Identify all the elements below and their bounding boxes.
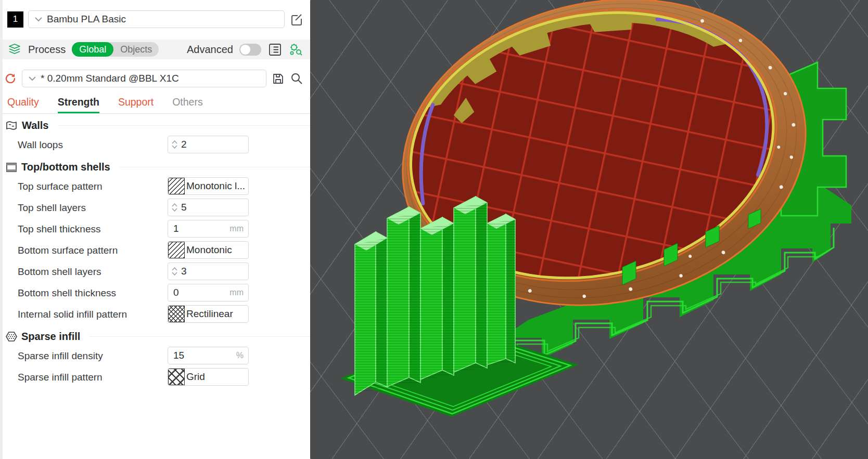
setting-value: 1 [173, 223, 179, 234]
edit-filament-icon[interactable] [289, 12, 304, 27]
setting-row-bottom-shell-layers: Bottom shell layers 3 [0, 261, 310, 282]
setting-row-bottom-shell-thickness: Bottom shell thickness 0 mm [0, 282, 310, 304]
setting-value: Monotonic [186, 244, 232, 256]
reset-preset-icon[interactable] [3, 71, 18, 86]
unit-label: mm [229, 224, 244, 233]
setting-value: 15 [173, 350, 184, 361]
top-surface-pattern-select[interactable]: Monotonic l... [168, 177, 249, 195]
setting-value: Monotonic l... [186, 180, 245, 192]
setting-label: Wall loops [18, 139, 63, 151]
process-preset-select[interactable]: * 0.20mm Standard @BBL X1C [22, 70, 266, 87]
chevron-down-icon [34, 12, 43, 27]
setting-label: Top shell thickness [18, 224, 100, 235]
setting-row-sparse-infill-density: Sparse infill density 15 % [0, 345, 310, 366]
parameter-list-icon[interactable] [267, 42, 282, 57]
process-title: Process [28, 44, 66, 56]
wall-loops-input[interactable]: 2 [168, 136, 249, 153]
top-shell-layers-input[interactable]: 5 [168, 199, 249, 216]
setting-value: 2 [181, 139, 187, 150]
sparse-infill-pattern-select[interactable]: Grid [168, 368, 249, 386]
scope-segmented-control: Global Objects [72, 42, 159, 57]
tab-quality[interactable]: Quality [7, 96, 39, 113]
advanced-toggle[interactable] [239, 44, 261, 56]
unit-label: % [236, 351, 244, 360]
save-preset-icon[interactable] [271, 71, 285, 86]
filament-select[interactable]: Bambu PLA Basic [28, 10, 285, 28]
spinner-arrows-icon[interactable] [172, 203, 177, 212]
setting-label: Top shell layers [18, 202, 86, 214]
tab-others[interactable]: Others [172, 96, 203, 113]
section-sparse-infill: Sparse infill [0, 325, 310, 345]
walls-icon [5, 120, 18, 132]
tab-strength[interactable]: Strength [58, 96, 99, 113]
settings-tabs: Quality Strength Support Others [0, 94, 310, 114]
bottom-surface-pattern-select[interactable]: Monotonic [168, 241, 249, 259]
chevron-down-icon [28, 71, 37, 86]
setting-label: Internal solid infill pattern [18, 309, 127, 320]
top-shell-thickness-input[interactable]: 1 mm [168, 220, 249, 238]
shells-icon [5, 162, 18, 173]
scope-global-button[interactable]: Global [72, 42, 113, 57]
section-title: Top/bottom shells [21, 161, 110, 173]
setting-row-top-surface-pattern: Top surface pattern Monotonic l... [0, 176, 310, 197]
setting-value: Rectilinear [186, 308, 233, 320]
setting-row-top-shell-layers: Top shell layers 5 [0, 197, 310, 218]
bottom-shell-layers-input[interactable]: 3 [168, 263, 249, 280]
bottom-shell-thickness-input[interactable]: 0 mm [168, 284, 249, 301]
setting-row-wall-loops: Wall loops 2 [0, 134, 310, 155]
sliced-model-preview [310, 0, 868, 459]
section-title: Sparse infill [21, 331, 80, 343]
section-top-bottom-shells: Top/bottom shells [0, 155, 310, 176]
sparse-infill-icon [5, 331, 18, 343]
setting-value: 5 [181, 202, 187, 213]
setting-label: Sparse infill density [18, 350, 103, 362]
setting-value: 0 [173, 287, 179, 298]
setting-label: Top surface pattern [18, 181, 103, 192]
rectilinear-pattern-swatch [168, 306, 185, 322]
grid-pattern-swatch [168, 369, 185, 385]
setting-row-bottom-surface-pattern: Bottom surface pattern Monotonic [0, 240, 310, 261]
tab-support[interactable]: Support [118, 96, 154, 113]
spinner-arrows-icon[interactable] [172, 267, 177, 276]
search-preset-icon[interactable] [289, 71, 304, 86]
setting-label: Bottom surface pattern [18, 245, 118, 256]
setting-value: Grid [186, 371, 205, 383]
preset-bar: * 0.20mm Standard @BBL X1C [0, 59, 310, 89]
internal-solid-infill-pattern-select[interactable]: Rectilinear [168, 305, 249, 323]
process-preset-value: * 0.20mm Standard @BBL X1C [41, 73, 179, 84]
process-bar: Process Global Objects Advanced [0, 40, 310, 59]
unit-label: mm [229, 288, 244, 297]
layers-icon [7, 42, 22, 57]
setting-row-sparse-infill-pattern: Sparse infill pattern Grid [0, 366, 310, 388]
setting-row-internal-solid-infill-pattern: Internal solid infill pattern Rectilinea… [0, 304, 310, 325]
filament-slot-badge[interactable]: 1 [7, 11, 23, 28]
scope-objects-button[interactable]: Objects [113, 44, 159, 55]
setting-value: 3 [181, 266, 187, 277]
section-title: Walls [22, 120, 49, 132]
filament-select-value: Bambu PLA Basic [47, 14, 126, 25]
setting-label: Bottom shell layers [18, 266, 101, 278]
settings-panel: 1 Bambu PLA Basic Process Global Obje [0, 0, 310, 459]
section-walls: Walls [0, 114, 310, 134]
3d-viewport[interactable] [310, 0, 868, 459]
monotonic-pattern-swatch [168, 242, 185, 258]
setting-label: Bottom shell thickness [18, 287, 116, 299]
sparse-infill-density-input[interactable]: 15 % [168, 347, 249, 364]
setting-label: Sparse infill pattern [18, 372, 103, 383]
filament-bar: 1 Bambu PLA Basic [0, 0, 310, 40]
spinner-arrows-icon[interactable] [172, 140, 177, 149]
monotonic-pattern-swatch [168, 178, 185, 194]
setting-row-top-shell-thickness: Top shell thickness 1 mm [0, 218, 310, 240]
advanced-label: Advanced [187, 44, 233, 56]
search-settings-icon[interactable] [288, 42, 303, 57]
